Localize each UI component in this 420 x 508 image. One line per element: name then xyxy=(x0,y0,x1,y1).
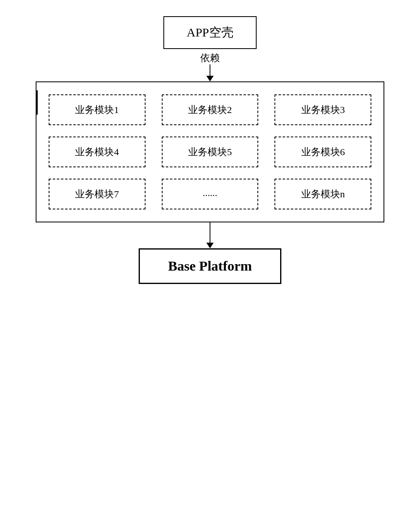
module-box-7: 业务模块7 xyxy=(49,179,146,209)
module-label-1: 业务模块1 xyxy=(75,105,119,115)
module-label-n: 业务模块n xyxy=(301,189,345,199)
arrow-head-bottom xyxy=(206,243,214,248)
top-connector: 依赖 xyxy=(200,49,220,81)
module-label-4: 业务模块4 xyxy=(75,147,119,157)
module-box-2: 业务模块2 xyxy=(162,94,259,125)
module-box-1: 业务模块1 xyxy=(49,94,146,125)
module-label-6: 业务模块6 xyxy=(301,147,345,157)
left-accent xyxy=(36,90,38,115)
module-box-4: 业务模块4 xyxy=(49,137,146,167)
module-box-3: 业务模块3 xyxy=(274,94,371,125)
arrow-shaft-top xyxy=(210,64,211,76)
module-label-7: 业务模块7 xyxy=(75,189,119,199)
dependency-label: 依赖 xyxy=(200,51,220,64)
modules-grid: 业务模块1 业务模块2 业务模块3 业务模块4 业务模块5 业务模块6 业务模块… xyxy=(49,94,371,209)
module-box-n: 业务模块n xyxy=(274,179,371,209)
diagram-container: APP空壳 依赖 业务模块1 业务模块2 业务模块3 业务模块4 xyxy=(0,0,420,508)
arrow-down-top xyxy=(206,64,214,81)
arrow-head-top xyxy=(206,76,214,81)
module-box-ellipsis: ...... xyxy=(162,179,259,209)
module-label-2: 业务模块2 xyxy=(188,105,232,115)
module-box-6: 业务模块6 xyxy=(274,137,371,167)
module-label-ellipsis: ...... xyxy=(203,188,217,198)
platform-outer-box: 业务模块1 业务模块2 业务模块3 业务模块4 业务模块5 业务模块6 业务模块… xyxy=(36,81,384,222)
module-box-5: 业务模块5 xyxy=(162,137,259,167)
base-platform-box: Base Platform xyxy=(139,248,282,284)
base-platform-label: Base Platform xyxy=(168,258,252,273)
module-label-3: 业务模块3 xyxy=(301,105,345,115)
shaft-bottom-top xyxy=(210,222,211,243)
app-shell-label: APP空壳 xyxy=(186,26,233,39)
module-label-5: 业务模块5 xyxy=(188,147,232,157)
bottom-connector xyxy=(206,222,214,248)
app-shell-box: APP空壳 xyxy=(163,16,256,49)
